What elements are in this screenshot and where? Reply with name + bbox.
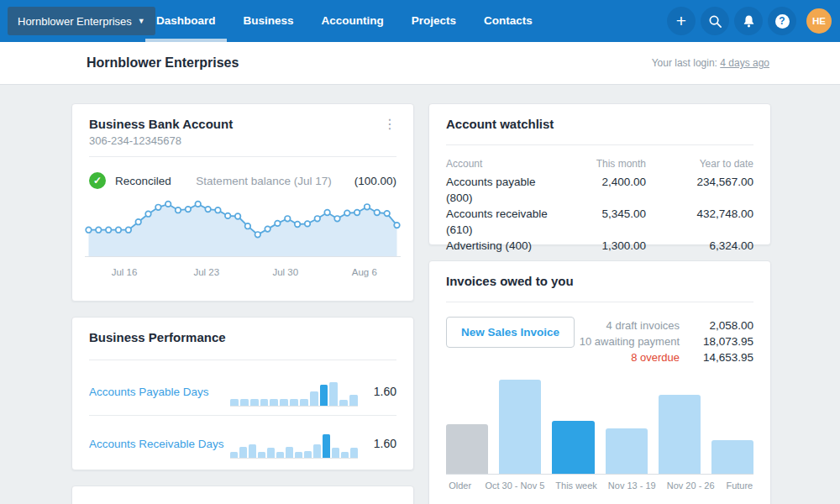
last-login-label: Your last login: [652,57,717,69]
table-row: Advertising (400) 1,300.00 6,324.00 [446,238,753,254]
help-button[interactable]: ? [768,7,796,35]
divider [89,415,396,416]
payable-days-value: 1.60 [358,385,396,398]
payable-days-mini-chart [230,377,358,407]
year-to-date-value: 234,567.00 [646,174,753,206]
search-button[interactable] [701,7,729,35]
add-button[interactable]: + [667,7,696,35]
draft-invoices-stat: 4 draft invoices 2,058.00 [606,318,753,333]
notifications-button[interactable] [734,7,763,35]
divider [89,156,396,157]
new-sales-invoice-button[interactable]: New Sales Invoice [446,317,575,348]
invoices-bar-labels: OlderOct 30 - Nov 5This weekNov 13 - 19N… [446,480,753,491]
col-this-month: This month [558,157,646,171]
watchlist-header-row: Account This month Year to date [446,157,753,171]
performance-row: Accounts Payable Days 1.60 [89,368,396,415]
invoices-title: Invoices owed to you [446,274,574,288]
nav-actions: + ? HE [667,0,832,42]
divider [89,360,396,360]
reconciled-check-icon: ✓ [89,172,106,189]
primary-tabs: Dashboard Business Accounting Projects C… [156,0,533,42]
receivable-days-mini-chart [230,429,358,459]
invoices-bars [446,380,753,475]
accounts-payable-days-link[interactable]: Accounts Payable Days [89,386,230,398]
statement-balance-value: (100.00) [354,175,396,187]
accounts-receivable-days-link[interactable]: Accounts Receivable Days [89,438,230,450]
reconciled-row: ✓ Reconciled Statement balance (Jul 17) … [89,170,396,192]
bank-card-title: Business Bank Account [89,117,233,131]
account-name: Accounts receivable (610) [446,206,558,238]
awaiting-payment-value: 18,073.95 [680,333,753,349]
bell-icon [742,14,756,29]
last-login-link[interactable]: 4 days ago [720,57,769,69]
account-watchlist-card: Account watchlist Account This month Yea… [428,103,771,245]
partial-card [71,486,414,504]
tab-dashboard[interactable]: Dashboard [156,0,216,42]
sparkline-axis-labels: Jul 16Jul 23Jul 30Aug 6 [85,267,401,281]
tab-contacts[interactable]: Contacts [484,0,533,42]
reconciled-label: Reconciled [115,175,171,187]
watchlist-title: Account watchlist [446,117,554,131]
top-nav: Hornblower Enterprises ▼ Dashboard Busin… [0,0,840,42]
table-row: Accounts receivable (610) 5,345.00 432,7… [446,206,753,238]
bank-account-card: Business Bank Account ⋮ 306-234-12345678… [71,103,414,302]
this-month-value: 2,400.00 [558,174,646,206]
statement-balance-label: Statement balance (Jul 17) [196,175,331,187]
year-to-date-value: 432,748.00 [646,206,753,238]
page-title: Hornblower Enterprises [87,42,239,84]
overdue-stat: 8 overdue 14,653.95 [631,349,753,365]
overdue-value: 14,653.95 [680,349,753,365]
divider [446,302,753,302]
tab-business[interactable]: Business [244,0,294,42]
this-month-value: 5,345.00 [558,206,646,238]
avatar[interactable]: HE [806,8,832,34]
search-icon [708,14,722,29]
watchlist-table: Account This month Year to date Accounts… [446,157,753,254]
tab-accounting[interactable]: Accounting [322,0,384,42]
performance-title: Business Performance [89,330,226,344]
receivable-days-value: 1.60 [358,437,396,450]
org-name: Hornblower Enterprises [18,15,132,28]
business-performance-card: Business Performance Accounts Payable Da… [71,317,414,470]
last-login: Your last login: 4 days ago [652,42,769,84]
kebab-menu-icon[interactable]: ⋮ [378,114,402,134]
chevron-down-icon: ▼ [138,17,145,25]
invoices-action-row: New Sales Invoice 4 draft invoices 2,058… [446,317,753,365]
account-name: Advertising (400) [446,238,558,254]
draft-invoices-label: 4 draft invoices [606,318,680,333]
awaiting-payment-label: 10 awaiting payment [580,333,680,349]
overdue-label: 8 overdue [631,349,680,365]
invoices-owed-chart: OlderOct 30 - Nov 5This weekNov 13 - 19N… [446,380,753,491]
table-row: Accounts payable (800) 2,400.00 234,567.… [446,174,753,206]
account-name: Accounts payable (800) [446,174,558,206]
draft-invoices-value: 2,058.00 [680,318,753,333]
invoices-owed-card: Invoices owed to you New Sales Invoice 4… [428,260,771,504]
col-account: Account [446,157,558,171]
col-year-to-date: Year to date [646,157,753,171]
this-month-value: 1,300.00 [558,238,646,254]
tab-projects[interactable]: Projects [412,0,456,42]
year-to-date-value: 6,324.00 [646,238,753,254]
plus-icon: + [676,12,686,29]
invoice-stats: 4 draft invoices 2,058.00 10 awaiting pa… [580,318,753,365]
account-number: 306-234-12345678 [89,134,181,147]
divider [446,144,753,145]
performance-row: Accounts Receivable Days 1.60 [89,420,396,467]
page-header: Hornblower Enterprises Your last login: … [0,42,840,85]
awaiting-payment-stat: 10 awaiting payment 18,073.95 [580,333,753,349]
help-icon: ? [775,14,790,29]
org-switcher[interactable]: Hornblower Enterprises ▼ [8,7,155,35]
bank-balance-sparkline [85,197,401,257]
